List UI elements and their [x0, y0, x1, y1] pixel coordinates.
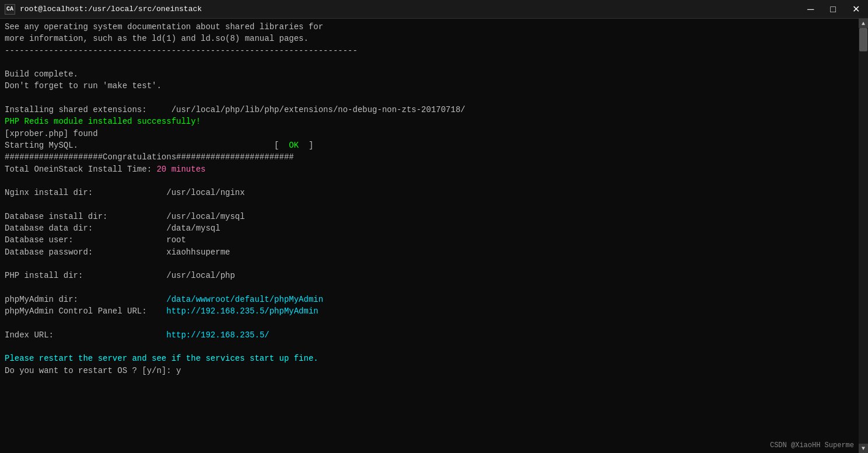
title-bar-left: CA root@localhost:/usr/local/src/oneinst… — [5, 4, 202, 15]
scroll-down-button[interactable]: ▼ — [859, 444, 868, 453]
line-nginx: Nginx install dir: /usr/local/nginx — [5, 188, 245, 197]
line-3: ----------------------------------------… — [5, 46, 358, 55]
line-db-user: Database user: root — [5, 235, 186, 245]
line-1: See any operating system documentation a… — [5, 22, 323, 32]
watermark: CSDN @XiaoHH Superme — [770, 441, 854, 449]
line-php-redis: PHP Redis module installed successfully! — [5, 117, 201, 126]
window-title: root@localhost:/usr/local/src/oneinstack — [20, 5, 202, 13]
line-phpmyadmin-url: phpMyAdmin Control Panel URL: http://192… — [5, 306, 318, 316]
line-php: PHP install dir: /usr/local/php — [5, 271, 235, 280]
scrollbar-thumb[interactable] — [859, 28, 867, 51]
line-install-time: Total OneinStack Install Time: 20 minute… — [5, 165, 205, 174]
terminal-content: See any operating system documentation a… — [5, 21, 863, 377]
line-restart-prompt: Do you want to restart OS ? [y/n]: y — [5, 366, 181, 375]
maximize-button[interactable]: □ — [827, 4, 839, 15]
line-mysql-start: Starting MySQL. [ OK ] — [5, 141, 313, 150]
terminal-window: See any operating system documentation a… — [0, 19, 868, 453]
minimize-button[interactable]: ─ — [804, 4, 817, 15]
line-db-pass: Database password: xiaohhsuperme — [5, 248, 230, 257]
line-xprober: [xprober.php] found — [5, 129, 98, 138]
line-db-install: Database install dir: /usr/local/mysql — [5, 212, 245, 221]
line-phpmyadmin-dir: phpMyAdmin dir: /data/wwwroot/default/ph… — [5, 295, 323, 304]
line-5: Build complete. — [5, 69, 78, 79]
scrollbar-track[interactable] — [859, 28, 868, 444]
line-6: Don't forget to run 'make test'. — [5, 81, 162, 90]
line-restart-msg: Please restart the server and see if the… — [5, 354, 318, 363]
scroll-up-button[interactable]: ▲ — [859, 19, 868, 28]
line-index-url: Index URL: http://192.168.235.5/ — [5, 330, 270, 340]
close-button[interactable]: ✕ — [849, 4, 863, 15]
line-congrats: ####################Congratulations#####… — [5, 152, 294, 162]
terminal-icon: CA — [5, 4, 15, 15]
title-bar: CA root@localhost:/usr/local/src/oneinst… — [0, 0, 868, 19]
scrollbar[interactable]: ▲ ▼ — [859, 19, 868, 453]
line-2: more information, such as the ld(1) and … — [5, 34, 309, 43]
window-controls: ─ □ ✕ — [804, 4, 863, 15]
line-8: Installing shared extensions: /usr/local… — [5, 105, 466, 114]
line-db-data: Database data dir: /data/mysql — [5, 224, 220, 233]
